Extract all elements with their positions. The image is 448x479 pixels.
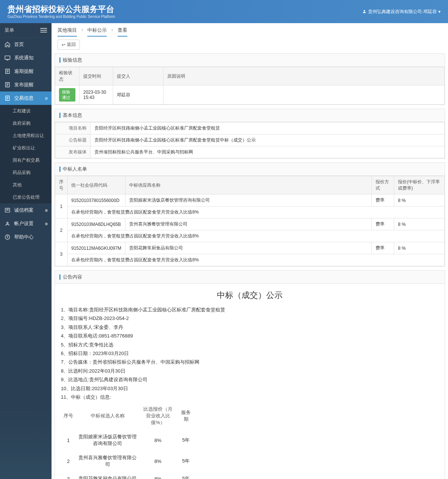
basic-panel-title: 基本信息 — [55, 109, 445, 122]
back-arrow-icon: ↩ — [62, 42, 65, 47]
table-row: 2贵州喜兴雅餐饮管理有限公司8%5年 — [61, 451, 195, 472]
menu-icon — [4, 221, 10, 227]
sidebar-item-0[interactable]: 首页 — [0, 38, 52, 51]
announcement-table: 序号中标候选人名称比选报价（月营业收入比值%）服务期1贵阳娘家米汤饭店餐饮管理咨… — [61, 402, 195, 479]
back-button[interactable]: ↩ 返回 — [57, 40, 80, 50]
submenu-item-4-3[interactable]: 矿业权出让 — [0, 142, 52, 154]
menu-icon — [4, 207, 10, 213]
menu-label: 菜单 — [4, 27, 14, 34]
submenu-item-4-6[interactable]: 其他 — [0, 179, 52, 191]
table-row: 391520112MA6GKU097M贵阳花舞笨厨食品有限公司费率8 % — [55, 242, 445, 254]
submenu-item-4-5[interactable]: 药品采购 — [0, 167, 52, 179]
svg-point-7 — [5, 235, 10, 239]
table-row: 3贵阳花舞笨厨食品有限公司8%5年 — [61, 472, 195, 479]
svg-rect-1 — [5, 56, 10, 59]
main-content: 其他项目 › 中标公示 › 查看 ↩ 返回 核验信息 检验状态 提交时间 提交人… — [52, 23, 448, 479]
menu-icon — [4, 55, 10, 61]
check-panel: 核验信息 检验状态 提交时间 提交人 原因说明 核验通过 2023-03-30 … — [55, 53, 445, 105]
content-panel-title: 公告内容 — [55, 271, 445, 284]
sidebar: 菜单 首页系统通知逾期提醒发布提醒交易信息⊖工程建设政府采购土地使用权出让矿业权… — [0, 23, 52, 479]
menu-icon — [4, 68, 10, 74]
breadcrumb-item-2[interactable]: 查看 — [118, 27, 127, 37]
chevron-icon: ⊕ — [45, 208, 48, 212]
table-row: 291520103MA6DLHQ65B贵州喜兴雅餐饮管理有限公司费率8 % — [55, 218, 445, 230]
submenu-item-4-4[interactable]: 国有产权交易 — [0, 154, 52, 167]
user-menu[interactable]: 贵州弘典建设咨询有限公司-邓廷容 ▾ — [362, 9, 441, 15]
svg-point-6 — [7, 222, 8, 224]
sidebar-item-5[interactable]: 诚信档案⊕ — [0, 203, 52, 217]
basic-panel: 基本信息 项目名称贵阳经开区科技路南侧小孟工业园核心区标准厂房配套食堂租赁公告标… — [55, 109, 445, 159]
breadcrumb-item-0[interactable]: 其他项目 — [57, 27, 77, 37]
svg-point-0 — [364, 10, 365, 12]
basic-table: 项目名称贵阳经开区科技路南侧小孟工业园核心区标准厂房配套食堂租赁公告标题贵阳经开… — [55, 122, 445, 158]
sidebar-item-2[interactable]: 逾期提醒 — [0, 65, 52, 78]
winners-panel-title: 中标人名单 — [55, 163, 445, 176]
app-subtitle: GuiZhou Province Tendering and Bidding P… — [7, 15, 115, 19]
chevron-down-icon: ▾ — [438, 9, 441, 14]
sidebar-item-1[interactable]: 系统通知 — [0, 51, 52, 65]
menu-icon — [4, 82, 10, 88]
menu-icon — [4, 234, 10, 240]
menu-toggle-icon[interactable] — [40, 28, 47, 32]
winners-panel: 中标人名单 序号统一社会信用代码中标供应商名称报价方式报价(中标价、下浮率或费率… — [55, 162, 445, 267]
user-icon — [362, 9, 367, 14]
app-title: 贵州省招标投标公共服务平台 — [7, 4, 115, 14]
menu-icon — [4, 95, 10, 101]
submenu-item-4-0[interactable]: 工程建设 — [0, 105, 52, 117]
submenu-item-4-1[interactable]: 政府采购 — [0, 117, 52, 130]
sidebar-item-4[interactable]: 交易信息⊖ — [0, 91, 52, 105]
sidebar-item-7[interactable]: 帮助中心 — [0, 230, 52, 244]
breadcrumb-item-1[interactable]: 中标公示 — [87, 27, 107, 37]
submenu-item-4-7[interactable]: 已发公告处理 — [0, 191, 52, 203]
table-row: 1贵阳娘家米汤饭店餐饮管理咨询有限公司8%5年 — [61, 430, 195, 451]
sidebar-item-6[interactable]: 帐户设置⊕ — [0, 217, 52, 230]
content-panel: 公告内容 中标（成交）公示 1、项目名称:贵阳经开区科技路南侧小孟工业园核心区标… — [55, 270, 445, 479]
app-header: 贵州省招标投标公共服务平台 GuiZhou Province Tendering… — [0, 0, 448, 23]
menu-icon — [4, 41, 10, 47]
winners-table: 序号统一社会信用代码中标供应商名称报价方式报价(中标价、下浮率或费率)19152… — [55, 176, 445, 266]
status-badge: 核验通过 — [59, 88, 75, 102]
chevron-icon: ⊖ — [45, 96, 48, 100]
chevron-icon: ⊕ — [45, 222, 48, 226]
breadcrumb: 其他项目 › 中标公示 › 查看 — [52, 23, 448, 37]
table-row: 1915201037801556000D贵阳娘家米汤饭店餐饮管理咨询有限公司费率… — [55, 195, 445, 206]
sidebar-item-3[interactable]: 发布提醒 — [0, 78, 52, 91]
submenu-item-4-2[interactable]: 土地使用权出让 — [0, 130, 52, 142]
check-panel-title: 核验信息 — [55, 54, 445, 67]
check-table: 检验状态 提交时间 提交人 原因说明 核验通过 2023-03-30 15:43… — [55, 67, 445, 105]
announcement-title: 中标（成交）公示 — [61, 288, 439, 305]
